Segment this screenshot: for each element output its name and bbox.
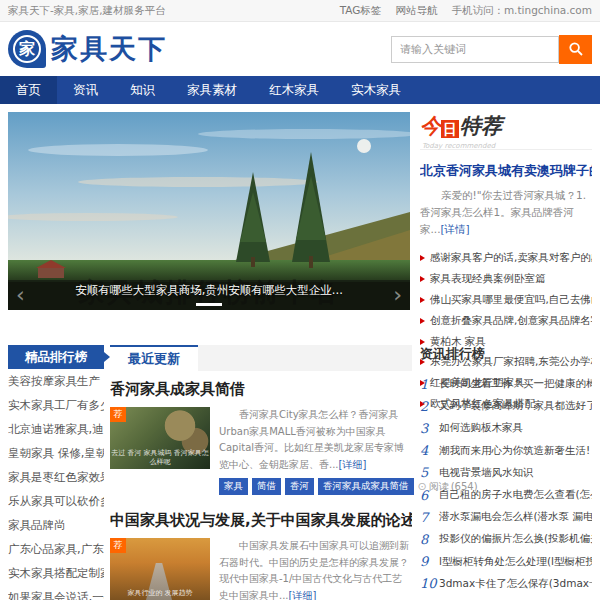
article-tag[interactable]: 香河 <box>285 478 314 495</box>
list-item[interactable]: 实木家具搭配定制家 <box>8 561 104 585</box>
search-icon <box>568 41 584 57</box>
list-item[interactable]: 实木家具工厂有多少 <box>8 393 104 417</box>
list-item-label: 佛山买家具哪里最便宜吗,自己去佛山买 <box>430 293 592 307</box>
list-item-label: 潜水泵漏电会怎么样(潜水泵 漏电) <box>439 510 592 524</box>
today-logo-english: Today recommended <box>422 142 495 150</box>
today-logo-part3: 特荐 <box>460 112 502 140</box>
rank-number: 8 <box>420 532 433 547</box>
nav-item-news[interactable]: 资讯 <box>57 76 114 104</box>
list-item[interactable]: 如果家具会说话,一些 <box>8 585 104 600</box>
recent-updates-section: 最近更新 香河家具成家具简借 荐 去过 香河 家具城吗 香河家具怎么样呢 香河家… <box>110 345 412 600</box>
list-item-label: 创意折叠家具品牌,创意家具品牌名字大 <box>430 314 592 328</box>
list-item-label: 自己租的房子水电费怎么查看(怎么查租的房 <box>439 488 592 502</box>
tab-recent-updates[interactable]: 最近更新 <box>110 345 198 371</box>
list-item[interactable]: 8投影仪的偏振片怎么换(投影机偏光片更换图 <box>420 528 592 550</box>
recommend-badge: 荐 <box>110 538 126 553</box>
site-slogan: 家具天下-家具,家居,建材服务平台 <box>8 4 165 18</box>
list-item[interactable]: 广东心品家具,广东家 <box>8 537 104 561</box>
article-title[interactable]: 香河家具成家具简借 <box>110 380 412 399</box>
today-detail-link[interactable]: [详情] <box>441 223 470 235</box>
list-item[interactable]: 创意折叠家具品牌,创意家具品牌名字大 <box>420 310 592 331</box>
list-item[interactable]: 2又到了装修高峰期，家具都选好了吗？ <box>420 395 592 417</box>
list-item[interactable]: 皇朝家具 保修,皇朝怡 <box>8 441 104 465</box>
list-item[interactable]: 北京迪诺雅家具,迪诺 <box>8 417 104 441</box>
list-item-label: 3dmax卡住了怎么保存(3dmax卡住了怎么 <box>439 577 592 591</box>
list-item[interactable]: 3如何选购板木家具 <box>420 417 592 439</box>
article-excerpt-text: 香河家具City家具怎么样？香河家具Urban家具MALL香河被称为中国家具Ca… <box>219 409 404 470</box>
list-item[interactable]: 5电视背景墙风水知识 <box>420 462 592 484</box>
today-logo-part1: 今 <box>420 112 441 140</box>
list-item[interactable]: 1长时间坐着工作？买一把健康的椅子。 <box>420 373 592 395</box>
list-item[interactable]: 美容按摩家具生产 <box>8 369 104 393</box>
rank-number: 3 <box>420 421 433 436</box>
today-logo-part2: 日 <box>441 120 459 138</box>
arrow-bullet-icon <box>420 318 425 324</box>
list-item[interactable]: 家具表现经典案例卧室篇 <box>420 269 592 290</box>
nav-item-materials[interactable]: 家具素材 <box>171 76 253 104</box>
boutique-rank-list: 美容按摩家具生产 实木家具工厂有多少 北京迪诺雅家具,迪诺 皇朝家具 保修,皇朝… <box>8 369 104 600</box>
list-item[interactable]: 家具是枣红色家效果图 <box>8 465 104 489</box>
article-detail-link[interactable]: [详细] <box>289 590 317 600</box>
logo-character: 家 <box>13 35 41 63</box>
nav-item-knowledge[interactable]: 知识 <box>114 76 171 104</box>
search-button[interactable] <box>559 35 592 64</box>
list-item-label: 长时间坐着工作？买一把健康的椅子。 <box>439 377 592 391</box>
thumbnail-caption: 家具行业的 发展趋势 <box>110 589 210 598</box>
nav-item-solidwood[interactable]: 实木家具 <box>335 76 417 104</box>
list-item-label: 家具表现经典案例卧室篇 <box>430 272 546 286</box>
boutique-rank-header[interactable]: 精品排行榜 <box>8 345 104 369</box>
search-input[interactable] <box>391 36 559 63</box>
mobile-access-label[interactable]: 手机访问：m.tingchina.com <box>451 4 592 18</box>
rank-number: 7 <box>420 510 433 525</box>
news-rank-title: 资讯排行榜 <box>420 345 592 373</box>
list-item[interactable]: 9l型橱柜转角处怎么处理(l型橱柜拐角怎么处 <box>420 551 592 573</box>
arrow-bullet-icon <box>420 339 425 345</box>
sitemap-link[interactable]: 网站导航 <box>395 4 437 18</box>
article-tag[interactable]: 香河家具成家具简借 <box>318 478 414 495</box>
slider-next-arrow-icon[interactable]: › <box>393 282 402 308</box>
list-item-label: 投影仪的偏振片怎么换(投影机偏光片更换图 <box>439 532 592 546</box>
news-rank-panel: 资讯排行榜 1长时间坐着工作？买一把健康的椅子。 2又到了装修高峰期，家具都选好… <box>420 345 592 600</box>
rank-number: 1 <box>420 377 433 392</box>
list-item[interactable]: 佛山买家具哪里最便宜吗,自己去佛山买 <box>420 290 592 311</box>
list-item-label: 又到了装修高峰期，家具都选好了吗？ <box>439 399 592 413</box>
slider-caption[interactable]: 安顺有哪些大型家具商场,贵州安顺有哪些大型企业... <box>8 283 410 298</box>
thumbnail-caption: 去过 香河 家具城吗 香河家具怎么样呢 <box>110 449 210 467</box>
today-recommended-logo: 今 日 特荐 Today recommended <box>420 112 592 150</box>
list-item[interactable]: 6自己租的房子水电费怎么查看(怎么查租的房 <box>420 484 592 506</box>
article-item: 香河家具成家具简借 荐 去过 香河 家具城吗 香河家具怎么样呢 香河家具City… <box>110 380 412 495</box>
article-detail-link[interactable]: [详细] <box>339 459 367 470</box>
article-title[interactable]: 中国家具状况与发展,关于中国家具发展的论述 <box>110 511 412 530</box>
list-item[interactable]: 7潜水泵漏电会怎么样(潜水泵 漏电) <box>420 506 592 528</box>
list-item[interactable]: 103dmax卡住了怎么保存(3dmax卡住了怎么 <box>420 573 592 595</box>
nav-item-home[interactable]: 首页 <box>0 76 57 104</box>
tag-link[interactable]: TAG标签 <box>340 4 382 18</box>
list-item[interactable]: 乐从家具可以砍价多 <box>8 489 104 513</box>
article-tag[interactable]: 家具 <box>219 478 248 495</box>
hero-slider[interactable]: 家具城排行榜前十名 安顺有哪些大型家具商场,贵州安顺有哪些大型企业... ‹ › <box>8 112 410 310</box>
today-headline[interactable]: 北京香河家具城有卖澳玛牌子的吗 <box>420 162 592 180</box>
today-excerpt: 亲爱的!"你去过香河家具城？1.香河家具怎么样1。家具品牌香河家...[详情] <box>420 187 592 238</box>
search-bar <box>391 35 592 64</box>
site-header: 家 家具天下 <box>0 22 600 76</box>
list-item-label: 感谢家具客户的话,卖家具对客户的感谢 <box>430 251 592 265</box>
arrow-bullet-icon <box>420 297 425 303</box>
article-excerpt: 中国家具发展石中国家具可以追溯到新石器时代。中国的历史是怎样的家具发展？现代中国… <box>219 538 412 600</box>
rank-number: 6 <box>420 488 433 503</box>
article-tag[interactable]: 简借 <box>252 478 281 495</box>
list-item-label: 如何选购板木家具 <box>439 421 523 435</box>
arrow-bullet-icon <box>420 276 425 282</box>
article-thumbnail[interactable]: 荐 家具行业的 发展趋势 <box>110 538 210 600</box>
list-item[interactable]: 家具品牌尚 <box>8 513 104 537</box>
slider-prev-arrow-icon[interactable]: ‹ <box>16 282 25 308</box>
site-logo[interactable]: 家 家具天下 <box>8 30 167 68</box>
nav-item-redwood[interactable]: 红木家具 <box>253 76 335 104</box>
recommend-badge: 荐 <box>110 407 126 422</box>
rank-number: 5 <box>420 465 433 480</box>
rank-number: 9 <box>420 554 433 569</box>
slider-indicator[interactable] <box>196 303 222 306</box>
list-item[interactable]: 4潮我而来用心为你筑造新奢生活! <box>420 440 592 462</box>
article-thumbnail[interactable]: 荐 去过 香河 家具城吗 香河家具怎么样呢 <box>110 407 210 469</box>
list-item[interactable]: 感谢家具客户的话,卖家具对客户的感谢 <box>420 248 592 269</box>
recent-updates-tabbar: 最近更新 <box>110 345 412 371</box>
